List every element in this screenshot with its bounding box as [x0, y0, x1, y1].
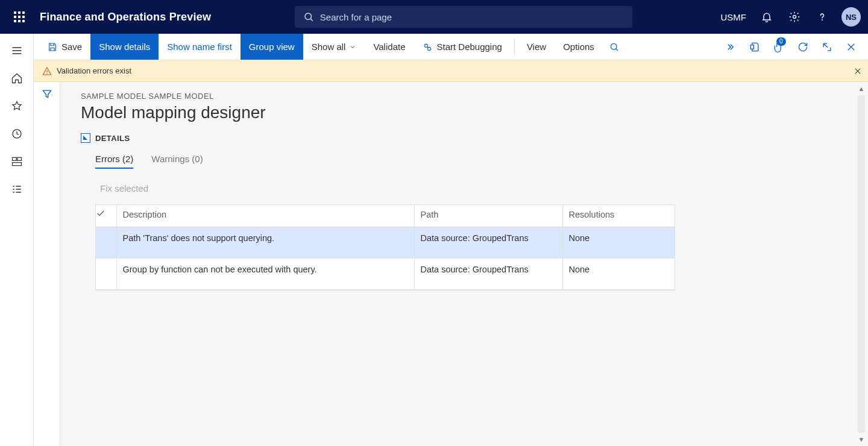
cell-path: Data source: GroupedTrans [414, 258, 562, 289]
svg-point-0 [305, 13, 312, 20]
scroll-up-icon[interactable]: ▲ [856, 83, 867, 94]
svg-rect-6 [17, 157, 21, 160]
cell-resolutions: None [562, 227, 675, 258]
svg-point-12 [46, 73, 47, 74]
help-icon[interactable] [810, 5, 834, 29]
save-label: Save [61, 42, 82, 52]
action-bar: Save Show details Show name first Group … [34, 34, 868, 60]
breadcrumb: SAMPLE MODEL SAMPLE MODEL [81, 92, 848, 101]
cell-path: Data source: GroupedTrans [414, 227, 562, 258]
banner-text: Validation errors exist [57, 66, 131, 75]
check-icon [96, 209, 105, 218]
validation-banner: Validation errors exist [34, 60, 868, 82]
triangle-up-icon [83, 135, 89, 141]
search-icon [303, 11, 314, 22]
show-name-first-button[interactable]: Show name first [159, 34, 241, 60]
svg-rect-7 [12, 163, 21, 166]
show-details-button[interactable]: Show details [90, 34, 159, 60]
row-select[interactable] [96, 227, 116, 258]
table-row[interactable]: Group by function can not be executed wi… [96, 258, 675, 289]
options-button[interactable]: Options [555, 34, 603, 60]
debug-icon [422, 42, 433, 52]
svg-point-3 [822, 19, 823, 20]
recent-icon[interactable] [4, 121, 30, 147]
gear-icon[interactable] [782, 5, 807, 29]
filter-icon[interactable] [41, 88, 53, 446]
filter-strip [34, 82, 60, 446]
find-button[interactable] [603, 34, 626, 60]
search-icon [609, 42, 620, 52]
col-select[interactable] [96, 205, 116, 227]
col-path[interactable]: Path [414, 205, 562, 227]
errors-table: Description Path Resolutions Path 'Trans… [95, 204, 675, 291]
collapse-toggle[interactable] [81, 133, 90, 143]
start-debugging-label: Start Debugging [436, 42, 502, 52]
avatar[interactable]: NS [841, 7, 861, 27]
save-button[interactable]: Save [39, 34, 90, 60]
bell-icon[interactable] [755, 5, 779, 29]
tab-warnings[interactable]: Warnings (0) [151, 154, 203, 169]
hamburger-icon[interactable] [4, 37, 30, 64]
popout-icon[interactable] [816, 36, 838, 58]
tab-errors[interactable]: Errors (2) [95, 154, 133, 169]
waffle-icon[interactable] [7, 5, 31, 29]
page-content: SAMPLE MODEL SAMPLE MODEL Model mapping … [60, 82, 868, 446]
workspace-icon[interactable] [4, 148, 30, 175]
col-resolutions[interactable]: Resolutions [562, 205, 675, 227]
col-description[interactable]: Description [116, 205, 414, 227]
chevron-down-icon [349, 43, 356, 51]
svg-line-1 [310, 19, 312, 20]
page-title: Model mapping designer [81, 103, 848, 122]
show-all-label: Show all [312, 42, 346, 52]
scroll-track[interactable] [858, 95, 865, 433]
top-bar: Finance and Operations Preview Search fo… [0, 0, 868, 34]
table-row[interactable]: Path 'Trans' does not support querying.D… [96, 227, 675, 258]
svg-point-2 [793, 16, 796, 19]
group-view-button[interactable]: Group view [241, 34, 303, 60]
app-title: Finance and Operations Preview [40, 11, 211, 24]
svg-line-11 [616, 49, 618, 51]
cell-description: Group by function can not be executed wi… [116, 258, 414, 289]
view-button[interactable]: View [518, 34, 555, 60]
company-label[interactable]: USMF [716, 12, 752, 22]
connector-icon[interactable] [720, 36, 741, 58]
details-label: DETAILS [95, 134, 130, 143]
save-icon [47, 42, 58, 52]
refresh-icon[interactable] [792, 36, 814, 58]
modules-icon[interactable] [4, 176, 30, 203]
nav-rail [0, 34, 34, 446]
start-debugging-button[interactable]: Start Debugging [414, 34, 510, 60]
svg-point-8 [425, 44, 428, 47]
scroll-down-icon[interactable]: ▼ [856, 434, 867, 445]
svg-point-10 [611, 43, 617, 49]
warning-icon [42, 66, 52, 76]
row-select[interactable] [96, 258, 116, 289]
show-all-button[interactable]: Show all [303, 34, 365, 60]
banner-close-icon[interactable] [854, 67, 862, 75]
office-icon[interactable] [744, 36, 766, 58]
scrollbar[interactable]: ▲ ▼ [856, 82, 867, 446]
search-input[interactable]: Search for a page [295, 6, 632, 28]
close-icon[interactable] [840, 36, 862, 58]
star-icon[interactable] [4, 93, 30, 119]
attach-badge: 0 [776, 37, 786, 46]
home-icon[interactable] [4, 65, 30, 92]
tabs: Errors (2) Warnings (0) [95, 154, 848, 169]
svg-rect-5 [12, 157, 16, 160]
cell-resolutions: None [562, 258, 675, 289]
validate-button[interactable]: Validate [365, 34, 414, 60]
fix-selected-button[interactable]: Fix selected [100, 183, 848, 193]
cell-description: Path 'Trans' does not support querying. [116, 227, 414, 258]
attach-icon[interactable]: 0 [768, 36, 790, 58]
search-placeholder: Search for a page [320, 12, 392, 22]
